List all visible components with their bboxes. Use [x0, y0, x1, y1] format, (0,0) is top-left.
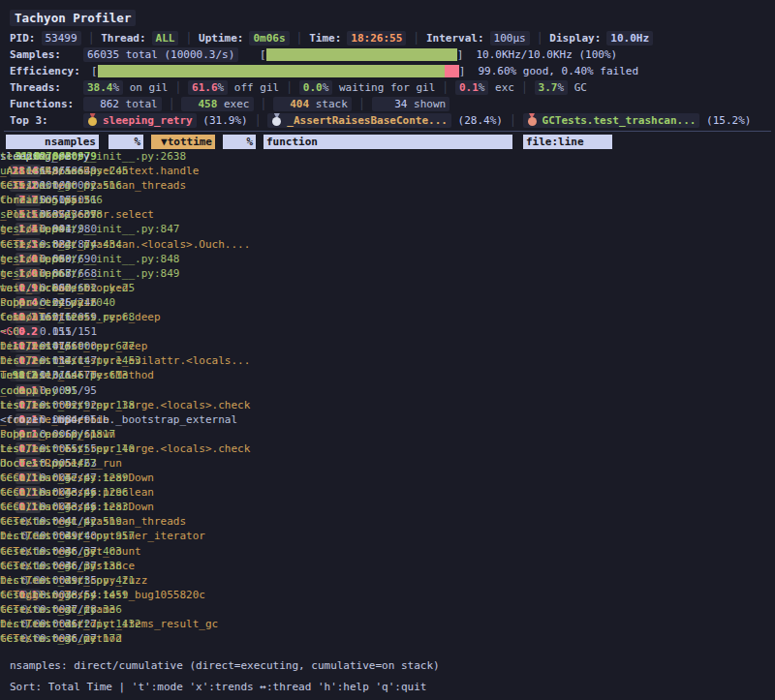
app-title: Tachyon Profiler [10, 10, 136, 26]
spacer [465, 65, 478, 77]
samples-rate [463, 48, 476, 61]
table-row[interactable]: 137/1470.20.0140.2DictTest.test_store_ev… [0, 353, 775, 368]
column-header-nsamples[interactable]: nsamples [6, 135, 99, 149]
functions-stats-line: Functions:862 total│458 exec│404 stack│3… [10, 96, 775, 112]
table-row[interactable]: 39/400.10.0040.1DictTest.test_container_… [0, 529, 775, 543]
separator: │ [286, 81, 293, 94]
column-header-tottime-sorted[interactable]: ▼tottime [151, 135, 215, 149]
top3-entry[interactable]: sleeping_retry [83, 113, 197, 128]
column-header-file-line[interactable]: file:line [523, 135, 612, 149]
threads-label: Threads: [10, 79, 83, 96]
table-row[interactable]: 26/270.00.0030.0GCTests.test_methodtest/… [0, 631, 775, 646]
keybinding-help: Sort: Total Time | 't':mode 'x':trends ↔… [10, 677, 775, 698]
function-stat-value: 404 stack [273, 97, 352, 111]
separator: │ [537, 32, 543, 45]
table-row[interactable]: 43/460.10.0040.1GCCallbackTests.preclean… [0, 485, 775, 500]
table-row[interactable]: 690/6901.00.0691.0gc_collecttest/support… [0, 252, 775, 266]
stat-word: shown [408, 98, 447, 110]
column-header-function[interactable]: function [264, 135, 512, 149]
percent-sign: % [557, 81, 564, 94]
stat-word: off gil [228, 81, 279, 94]
table-row[interactable]: 47/470.10.0050.1GCCallbackTests.tearDown… [0, 471, 775, 485]
functions-items: 862 total│458 exec│404 stack│34 shown [83, 98, 450, 110]
file-line-cell: codeop.py:81 [0, 383, 250, 398]
table-row[interactable]: 5051/50517.70.5057.7Condition.waitthread… [0, 193, 775, 207]
top3-entry[interactable]: _AssertRaisesBaseConte... [267, 113, 451, 128]
table-row[interactable]: 668/6681.00.0671.0gc_collecttest/support… [0, 266, 775, 281]
interval-label: Interval: [426, 32, 484, 45]
file-line-cell: test/test_gc.py:434 [0, 237, 250, 252]
top3-label: Top 3: [10, 112, 83, 129]
table-row[interactable]: 113/646700.20.01198.3TestCase._callTestM… [0, 368, 775, 382]
percent-sign: % [323, 81, 329, 94]
table-row[interactable]: 10001/1000215.21.00015.2GCTests.test_tra… [0, 178, 775, 193]
file-line-cell: test/test_gc.py:1459 [0, 588, 250, 602]
file-line-cell: threading.py:366 [0, 193, 250, 207]
pid-label: PID: [10, 32, 36, 45]
column-header-cum-pct[interactable]: % [223, 135, 256, 149]
file-line-cell: test/test_gc.py:519 [0, 514, 250, 529]
efficiency-label: Efficiency: [10, 65, 80, 77]
efficiency-bar [98, 65, 459, 77]
table-row[interactable]: 36/370.10.0040.1GCTests.test_get_countte… [0, 544, 775, 559]
legend-nsamples: nsamples: direct/cumulative (direct=exec… [10, 655, 775, 677]
table-row[interactable]: 55/550.10.0060.1ListTest.test_repr_large… [0, 441, 775, 456]
table-row[interactable]: 3607/36075.50.3615.5_PollLikeSelector.se… [0, 207, 775, 222]
uptime-label: Uptime: [199, 32, 243, 45]
table-row[interactable]: 95/950.10.0090.1_compilecodeop.py:81 [0, 383, 775, 398]
percent-sign: % [218, 81, 225, 94]
table-row[interactable]: 824/8741.30.0821.3GCTests.test_trashcan.… [0, 237, 775, 252]
table-row[interactable]: 147/69000.20.01510.5DictTest.test_repr_d… [0, 339, 775, 353]
top3-entry[interactable]: GCTests.test_trashcan... [523, 113, 700, 128]
column-header-pct[interactable]: % [108, 135, 143, 149]
top3-function-name: GCTests.test_trashcan... [542, 114, 697, 127]
table-header: nsamples % ▼tottime % function file:line [0, 135, 775, 149]
stat-word: stack [309, 98, 348, 110]
table-row[interactable]: 602/6020.90.0600.9wait_threads_blockedte… [0, 281, 775, 295]
top3-percent: (31.9%) [197, 114, 248, 127]
table-row[interactable]: 51/630.10.0050.1DocTestRunner.__rundocte… [0, 456, 775, 471]
header: Tachyon Profiler PID:53499│Thread:ALL│Up… [0, 0, 775, 129]
thread-stat-value: 38.4% [83, 80, 123, 95]
table-row[interactable]: 20978/2097931.92.09831.9sleeping_retryte… [0, 149, 775, 164]
samples-value: 66035 total (10000.3/s) [83, 47, 238, 62]
table-row[interactable]: 60/610.10.0060.1Popen._posix_spawnsubpro… [0, 427, 775, 441]
table-row[interactable]: 92/920.10.0090.1ListTest.test_repr_large… [0, 398, 775, 412]
table-row[interactable]: 26/270.00.0030.0DictTest.test_dict_items… [0, 617, 775, 631]
top3-percent: (15.2%) [699, 114, 751, 127]
file-line-cell: <frozen importlib._bootstrap_external [0, 412, 250, 427]
samples-label: Samples: [10, 46, 83, 63]
file-line-cell: test/lock_tests.py:25 [0, 281, 250, 295]
threads-stats-line: Threads:38.4% on gil│61.6% off gil│0.0% … [10, 79, 775, 96]
file-line-cell: selectors.py:398 [0, 207, 250, 222]
table-row[interactable]: 41/420.10.0040.1GCTests.test_trashcan_th… [0, 514, 775, 529]
uptime-value: 0m06s [249, 31, 289, 46]
separator: │ [296, 32, 303, 45]
separator: │ [510, 114, 516, 127]
table-row[interactable]: 27/280.00.0030.0GCTests.test_frametest/t… [0, 602, 775, 617]
separator: │ [358, 98, 365, 110]
stat-number: 0.0 [303, 81, 323, 94]
table-row[interactable]: 36/370.10.0040.1GCTests.test_instancetes… [0, 559, 775, 573]
separator: │ [442, 81, 449, 94]
time-label: Time: [309, 32, 341, 45]
table-row[interactable]: 246/2460.40.0250.4Popen._try_waitsubproc… [0, 295, 775, 310]
efficiency-text: 99.60% good, 0.40% failed [479, 65, 639, 77]
gold-medal-icon [87, 113, 98, 126]
file-line-cell: test/test_gc.py:336 [0, 602, 250, 617]
time-value: 18:26:55 [347, 31, 406, 46]
thread-value[interactable]: ALL [152, 31, 179, 46]
table-row[interactable]: 28/540.00.0030.1GCTogglingTests.test_bug… [0, 588, 775, 602]
table-row[interactable]: 151/1510.20.0150.2<GC>~:0 [0, 324, 775, 339]
table-row[interactable]: 84/950.10.0080.1_compile_bytecode<frozen… [0, 412, 775, 427]
stat-number: 0.1 [459, 81, 479, 94]
top3-items: sleeping_retry (31.9%)│_AssertRaisesBase… [83, 114, 751, 127]
table-row[interactable]: 29/350.00.0030.1DictTest.test_copy_fuzzt… [0, 573, 775, 588]
table-row[interactable]: 43/460.10.0040.1GCCallbackTests.tearDown… [0, 500, 775, 514]
thread-stat-value: 0.1% [455, 80, 489, 95]
separator: │ [169, 98, 175, 110]
table-row[interactable]: 18649/1864928.41.86528.4_AssertRaisesBas… [0, 164, 775, 178]
table-row[interactable]: 162/120590.20.01618.3CommonTest.test_rep… [0, 310, 775, 324]
stat-word: GC [568, 81, 587, 94]
table-row[interactable]: 941/9801.40.0941.5gc_collecttest/support… [0, 222, 775, 236]
